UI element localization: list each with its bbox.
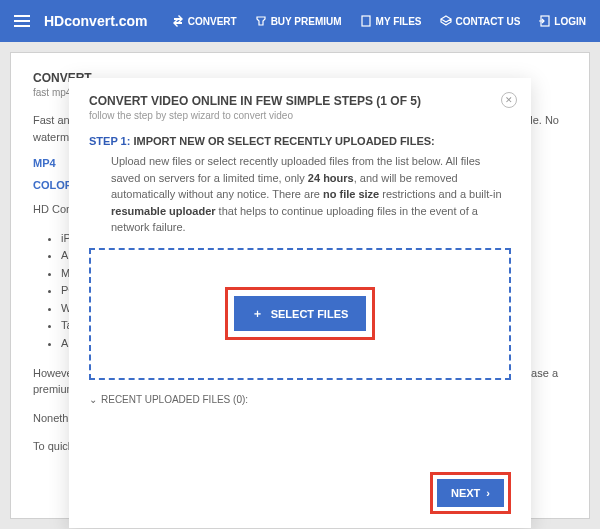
nav: CONVERT BUY PREMIUM MY FILES CONTACT US … — [172, 15, 586, 27]
nav-premium[interactable]: BUY PREMIUM — [255, 15, 342, 27]
close-icon[interactable]: ✕ — [501, 92, 517, 108]
modal-title: CONVERT VIDEO ONLINE IN FEW SIMPLE STEPS… — [89, 94, 511, 108]
recent-label: RECENT UPLOADED FILES (0): — [101, 394, 248, 405]
step-heading: STEP 1: IMPORT NEW OR SELECT RECENTLY UP… — [89, 135, 511, 147]
recent-uploaded-toggle[interactable]: ⌄ RECENT UPLOADED FILES (0): — [89, 394, 511, 405]
step-text: IMPORT NEW OR SELECT RECENTLY UPLOADED F… — [133, 135, 434, 147]
next-label: NEXT — [451, 487, 480, 499]
topbar: HDconvert.com CONVERT BUY PREMIUM MY FIL… — [0, 0, 600, 42]
nav-premium-label: BUY PREMIUM — [271, 16, 342, 27]
nav-convert-label: CONVERT — [188, 16, 237, 27]
brand-title: HDconvert.com — [44, 13, 172, 29]
next-button[interactable]: NEXT › — [437, 479, 504, 507]
select-files-button[interactable]: ＋ SELECT FILES — [234, 296, 367, 331]
nav-contact[interactable]: CONTACT US — [440, 15, 521, 27]
select-highlight: ＋ SELECT FILES — [225, 287, 376, 340]
step-number: STEP 1: — [89, 135, 130, 147]
select-files-label: SELECT FILES — [271, 308, 349, 320]
nav-files-label: MY FILES — [376, 16, 422, 27]
step-instruction: Upload new files or select recently uplo… — [89, 153, 511, 236]
nav-convert[interactable]: CONVERT — [172, 15, 237, 27]
modal-overlay: ✕ CONVERT VIDEO ONLINE IN FEW SIMPLE STE… — [0, 42, 600, 529]
nav-login[interactable]: LOGIN — [538, 15, 586, 27]
nav-files[interactable]: MY FILES — [360, 15, 422, 27]
plus-icon: ＋ — [252, 306, 263, 321]
wizard-modal: ✕ CONVERT VIDEO ONLINE IN FEW SIMPLE STE… — [69, 78, 531, 528]
svg-rect-0 — [362, 16, 370, 26]
nav-contact-label: CONTACT US — [456, 16, 521, 27]
chevron-right-icon: › — [486, 487, 490, 499]
chevron-down-icon: ⌄ — [89, 394, 97, 405]
nav-login-label: LOGIN — [554, 16, 586, 27]
upload-dropzone[interactable]: ＋ SELECT FILES — [89, 248, 511, 380]
hamburger-icon[interactable] — [14, 15, 30, 27]
next-highlight: NEXT › — [430, 472, 511, 514]
modal-subtitle: follow the step by step wizard to conver… — [89, 110, 511, 121]
